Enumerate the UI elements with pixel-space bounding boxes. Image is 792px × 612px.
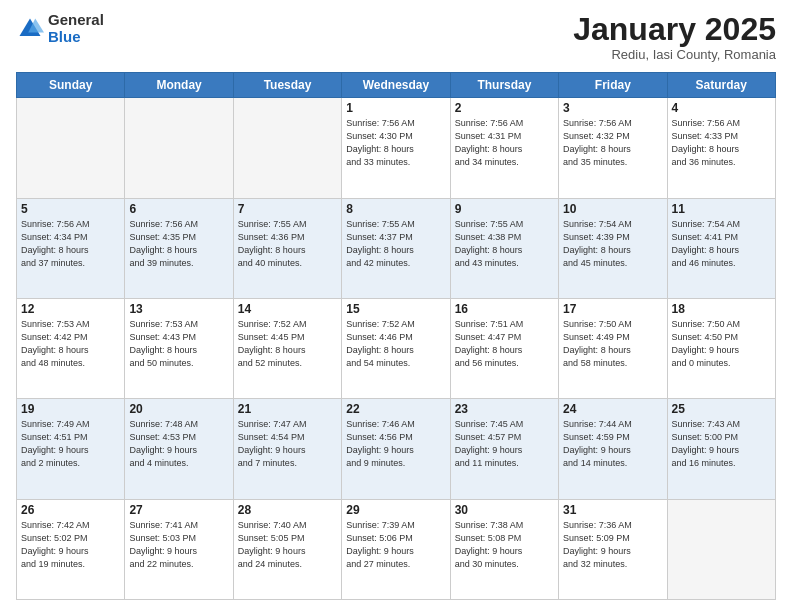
day-info: Sunrise: 7:44 AMSunset: 4:59 PMDaylight:… — [563, 418, 662, 470]
day-number: 23 — [455, 402, 554, 416]
table-row: 13Sunrise: 7:53 AMSunset: 4:43 PMDayligh… — [125, 298, 233, 398]
day-info: Sunrise: 7:38 AMSunset: 5:08 PMDaylight:… — [455, 519, 554, 571]
table-row: 9Sunrise: 7:55 AMSunset: 4:38 PMDaylight… — [450, 198, 558, 298]
header-tuesday: Tuesday — [233, 73, 341, 98]
day-info: Sunrise: 7:55 AMSunset: 4:37 PMDaylight:… — [346, 218, 445, 270]
table-row: 15Sunrise: 7:52 AMSunset: 4:46 PMDayligh… — [342, 298, 450, 398]
calendar-week-row: 19Sunrise: 7:49 AMSunset: 4:51 PMDayligh… — [17, 399, 776, 499]
day-info: Sunrise: 7:43 AMSunset: 5:00 PMDaylight:… — [672, 418, 771, 470]
day-number: 8 — [346, 202, 445, 216]
day-number: 17 — [563, 302, 662, 316]
calendar-week-row: 26Sunrise: 7:42 AMSunset: 5:02 PMDayligh… — [17, 499, 776, 599]
table-row: 3Sunrise: 7:56 AMSunset: 4:32 PMDaylight… — [559, 98, 667, 198]
day-info: Sunrise: 7:50 AMSunset: 4:50 PMDaylight:… — [672, 318, 771, 370]
table-row: 5Sunrise: 7:56 AMSunset: 4:34 PMDaylight… — [17, 198, 125, 298]
day-info: Sunrise: 7:36 AMSunset: 5:09 PMDaylight:… — [563, 519, 662, 571]
day-number: 5 — [21, 202, 120, 216]
calendar-week-row: 12Sunrise: 7:53 AMSunset: 4:42 PMDayligh… — [17, 298, 776, 398]
day-number: 22 — [346, 402, 445, 416]
day-number: 19 — [21, 402, 120, 416]
table-row: 16Sunrise: 7:51 AMSunset: 4:47 PMDayligh… — [450, 298, 558, 398]
day-info: Sunrise: 7:50 AMSunset: 4:49 PMDaylight:… — [563, 318, 662, 370]
table-row: 20Sunrise: 7:48 AMSunset: 4:53 PMDayligh… — [125, 399, 233, 499]
day-number: 31 — [563, 503, 662, 517]
table-row: 4Sunrise: 7:56 AMSunset: 4:33 PMDaylight… — [667, 98, 775, 198]
day-info: Sunrise: 7:52 AMSunset: 4:45 PMDaylight:… — [238, 318, 337, 370]
header-friday: Friday — [559, 73, 667, 98]
day-info: Sunrise: 7:49 AMSunset: 4:51 PMDaylight:… — [21, 418, 120, 470]
table-row: 18Sunrise: 7:50 AMSunset: 4:50 PMDayligh… — [667, 298, 775, 398]
day-info: Sunrise: 7:53 AMSunset: 4:42 PMDaylight:… — [21, 318, 120, 370]
day-number: 21 — [238, 402, 337, 416]
page: General Blue January 2025 Rediu, Iasi Co… — [0, 0, 792, 612]
table-row: 7Sunrise: 7:55 AMSunset: 4:36 PMDaylight… — [233, 198, 341, 298]
day-info: Sunrise: 7:53 AMSunset: 4:43 PMDaylight:… — [129, 318, 228, 370]
table-row: 10Sunrise: 7:54 AMSunset: 4:39 PMDayligh… — [559, 198, 667, 298]
day-number: 11 — [672, 202, 771, 216]
table-row: 14Sunrise: 7:52 AMSunset: 4:45 PMDayligh… — [233, 298, 341, 398]
day-info: Sunrise: 7:54 AMSunset: 4:39 PMDaylight:… — [563, 218, 662, 270]
header-wednesday: Wednesday — [342, 73, 450, 98]
table-row — [125, 98, 233, 198]
day-number: 1 — [346, 101, 445, 115]
table-row: 30Sunrise: 7:38 AMSunset: 5:08 PMDayligh… — [450, 499, 558, 599]
day-info: Sunrise: 7:42 AMSunset: 5:02 PMDaylight:… — [21, 519, 120, 571]
day-number: 30 — [455, 503, 554, 517]
day-number: 20 — [129, 402, 228, 416]
day-number: 13 — [129, 302, 228, 316]
logo-icon — [16, 15, 44, 43]
calendar-title: January 2025 — [573, 12, 776, 47]
day-number: 29 — [346, 503, 445, 517]
day-info: Sunrise: 7:48 AMSunset: 4:53 PMDaylight:… — [129, 418, 228, 470]
day-number: 14 — [238, 302, 337, 316]
day-info: Sunrise: 7:40 AMSunset: 5:05 PMDaylight:… — [238, 519, 337, 571]
day-number: 15 — [346, 302, 445, 316]
day-info: Sunrise: 7:56 AMSunset: 4:33 PMDaylight:… — [672, 117, 771, 169]
table-row: 26Sunrise: 7:42 AMSunset: 5:02 PMDayligh… — [17, 499, 125, 599]
table-row: 28Sunrise: 7:40 AMSunset: 5:05 PMDayligh… — [233, 499, 341, 599]
day-number: 25 — [672, 402, 771, 416]
table-row: 23Sunrise: 7:45 AMSunset: 4:57 PMDayligh… — [450, 399, 558, 499]
day-number: 12 — [21, 302, 120, 316]
table-row: 29Sunrise: 7:39 AMSunset: 5:06 PMDayligh… — [342, 499, 450, 599]
day-number: 18 — [672, 302, 771, 316]
calendar-table: Sunday Monday Tuesday Wednesday Thursday… — [16, 72, 776, 600]
table-row: 31Sunrise: 7:36 AMSunset: 5:09 PMDayligh… — [559, 499, 667, 599]
table-row: 11Sunrise: 7:54 AMSunset: 4:41 PMDayligh… — [667, 198, 775, 298]
table-row: 8Sunrise: 7:55 AMSunset: 4:37 PMDaylight… — [342, 198, 450, 298]
day-info: Sunrise: 7:55 AMSunset: 4:38 PMDaylight:… — [455, 218, 554, 270]
calendar-week-row: 5Sunrise: 7:56 AMSunset: 4:34 PMDaylight… — [17, 198, 776, 298]
header-monday: Monday — [125, 73, 233, 98]
day-number: 27 — [129, 503, 228, 517]
day-info: Sunrise: 7:56 AMSunset: 4:35 PMDaylight:… — [129, 218, 228, 270]
table-row: 1Sunrise: 7:56 AMSunset: 4:30 PMDaylight… — [342, 98, 450, 198]
day-number: 2 — [455, 101, 554, 115]
table-row: 19Sunrise: 7:49 AMSunset: 4:51 PMDayligh… — [17, 399, 125, 499]
table-row: 2Sunrise: 7:56 AMSunset: 4:31 PMDaylight… — [450, 98, 558, 198]
header-sunday: Sunday — [17, 73, 125, 98]
table-row: 6Sunrise: 7:56 AMSunset: 4:35 PMDaylight… — [125, 198, 233, 298]
header-thursday: Thursday — [450, 73, 558, 98]
day-info: Sunrise: 7:52 AMSunset: 4:46 PMDaylight:… — [346, 318, 445, 370]
day-number: 10 — [563, 202, 662, 216]
table-row: 22Sunrise: 7:46 AMSunset: 4:56 PMDayligh… — [342, 399, 450, 499]
header-saturday: Saturday — [667, 73, 775, 98]
logo: General Blue — [16, 12, 104, 45]
day-info: Sunrise: 7:41 AMSunset: 5:03 PMDaylight:… — [129, 519, 228, 571]
day-number: 7 — [238, 202, 337, 216]
table-row: 17Sunrise: 7:50 AMSunset: 4:49 PMDayligh… — [559, 298, 667, 398]
day-info: Sunrise: 7:39 AMSunset: 5:06 PMDaylight:… — [346, 519, 445, 571]
day-number: 28 — [238, 503, 337, 517]
logo-blue-text: Blue — [48, 29, 104, 46]
calendar-week-row: 1Sunrise: 7:56 AMSunset: 4:30 PMDaylight… — [17, 98, 776, 198]
day-number: 16 — [455, 302, 554, 316]
title-block: January 2025 Rediu, Iasi County, Romania — [573, 12, 776, 62]
table-row: 24Sunrise: 7:44 AMSunset: 4:59 PMDayligh… — [559, 399, 667, 499]
weekday-header-row: Sunday Monday Tuesday Wednesday Thursday… — [17, 73, 776, 98]
header: General Blue January 2025 Rediu, Iasi Co… — [16, 12, 776, 62]
day-number: 4 — [672, 101, 771, 115]
day-number: 24 — [563, 402, 662, 416]
day-info: Sunrise: 7:46 AMSunset: 4:56 PMDaylight:… — [346, 418, 445, 470]
day-info: Sunrise: 7:56 AMSunset: 4:31 PMDaylight:… — [455, 117, 554, 169]
table-row: 25Sunrise: 7:43 AMSunset: 5:00 PMDayligh… — [667, 399, 775, 499]
